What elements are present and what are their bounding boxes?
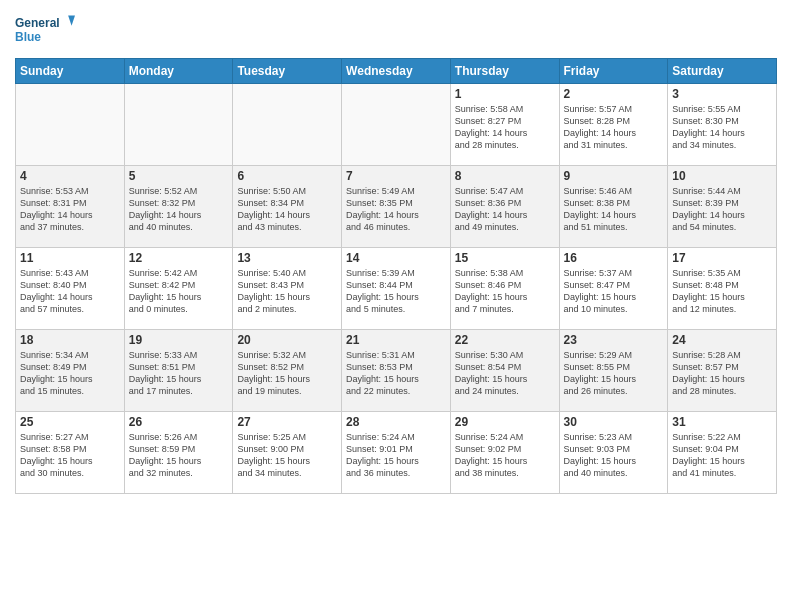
day-info: Sunrise: 5:42 AMSunset: 8:42 PMDaylight:…: [129, 267, 229, 316]
weekday-header-friday: Friday: [559, 59, 668, 84]
calendar-cell: 1Sunrise: 5:58 AMSunset: 8:27 PMDaylight…: [450, 84, 559, 166]
calendar-cell: 15Sunrise: 5:38 AMSunset: 8:46 PMDayligh…: [450, 248, 559, 330]
day-number: 17: [672, 251, 772, 265]
day-info: Sunrise: 5:46 AMSunset: 8:38 PMDaylight:…: [564, 185, 664, 234]
day-number: 4: [20, 169, 120, 183]
day-info: Sunrise: 5:31 AMSunset: 8:53 PMDaylight:…: [346, 349, 446, 398]
day-info: Sunrise: 5:44 AMSunset: 8:39 PMDaylight:…: [672, 185, 772, 234]
day-number: 13: [237, 251, 337, 265]
day-info: Sunrise: 5:24 AMSunset: 9:02 PMDaylight:…: [455, 431, 555, 480]
day-number: 15: [455, 251, 555, 265]
day-info: Sunrise: 5:38 AMSunset: 8:46 PMDaylight:…: [455, 267, 555, 316]
calendar-cell: 22Sunrise: 5:30 AMSunset: 8:54 PMDayligh…: [450, 330, 559, 412]
day-number: 27: [237, 415, 337, 429]
calendar-page: General Blue SundayMondayTuesdayWednesda…: [0, 0, 792, 612]
calendar-cell: 12Sunrise: 5:42 AMSunset: 8:42 PMDayligh…: [124, 248, 233, 330]
calendar-cell: 19Sunrise: 5:33 AMSunset: 8:51 PMDayligh…: [124, 330, 233, 412]
day-info: Sunrise: 5:28 AMSunset: 8:57 PMDaylight:…: [672, 349, 772, 398]
day-number: 8: [455, 169, 555, 183]
day-number: 2: [564, 87, 664, 101]
day-info: Sunrise: 5:25 AMSunset: 9:00 PMDaylight:…: [237, 431, 337, 480]
day-info: Sunrise: 5:24 AMSunset: 9:01 PMDaylight:…: [346, 431, 446, 480]
day-number: 16: [564, 251, 664, 265]
header: General Blue: [15, 10, 777, 50]
day-info: Sunrise: 5:22 AMSunset: 9:04 PMDaylight:…: [672, 431, 772, 480]
day-info: Sunrise: 5:43 AMSunset: 8:40 PMDaylight:…: [20, 267, 120, 316]
calendar-cell: 27Sunrise: 5:25 AMSunset: 9:00 PMDayligh…: [233, 412, 342, 494]
day-number: 20: [237, 333, 337, 347]
day-number: 22: [455, 333, 555, 347]
day-info: Sunrise: 5:29 AMSunset: 8:55 PMDaylight:…: [564, 349, 664, 398]
calendar-cell: 18Sunrise: 5:34 AMSunset: 8:49 PMDayligh…: [16, 330, 125, 412]
day-number: 9: [564, 169, 664, 183]
calendar-cell: [124, 84, 233, 166]
svg-marker-2: [68, 15, 75, 25]
day-info: Sunrise: 5:34 AMSunset: 8:49 PMDaylight:…: [20, 349, 120, 398]
calendar-cell: 7Sunrise: 5:49 AMSunset: 8:35 PMDaylight…: [342, 166, 451, 248]
day-info: Sunrise: 5:26 AMSunset: 8:59 PMDaylight:…: [129, 431, 229, 480]
day-number: 18: [20, 333, 120, 347]
calendar-week-4: 18Sunrise: 5:34 AMSunset: 8:49 PMDayligh…: [16, 330, 777, 412]
svg-text:Blue: Blue: [15, 30, 41, 44]
calendar-cell: 29Sunrise: 5:24 AMSunset: 9:02 PMDayligh…: [450, 412, 559, 494]
calendar-table: SundayMondayTuesdayWednesdayThursdayFrid…: [15, 58, 777, 494]
calendar-cell: 23Sunrise: 5:29 AMSunset: 8:55 PMDayligh…: [559, 330, 668, 412]
day-info: Sunrise: 5:49 AMSunset: 8:35 PMDaylight:…: [346, 185, 446, 234]
day-info: Sunrise: 5:58 AMSunset: 8:27 PMDaylight:…: [455, 103, 555, 152]
calendar-cell: 31Sunrise: 5:22 AMSunset: 9:04 PMDayligh…: [668, 412, 777, 494]
weekday-header-wednesday: Wednesday: [342, 59, 451, 84]
day-number: 28: [346, 415, 446, 429]
calendar-cell: 4Sunrise: 5:53 AMSunset: 8:31 PMDaylight…: [16, 166, 125, 248]
day-info: Sunrise: 5:47 AMSunset: 8:36 PMDaylight:…: [455, 185, 555, 234]
day-number: 24: [672, 333, 772, 347]
day-number: 23: [564, 333, 664, 347]
calendar-cell: 28Sunrise: 5:24 AMSunset: 9:01 PMDayligh…: [342, 412, 451, 494]
day-number: 12: [129, 251, 229, 265]
logo-svg: General Blue: [15, 10, 75, 50]
day-number: 1: [455, 87, 555, 101]
calendar-cell: 14Sunrise: 5:39 AMSunset: 8:44 PMDayligh…: [342, 248, 451, 330]
weekday-header-row: SundayMondayTuesdayWednesdayThursdayFrid…: [16, 59, 777, 84]
day-info: Sunrise: 5:40 AMSunset: 8:43 PMDaylight:…: [237, 267, 337, 316]
calendar-cell: 10Sunrise: 5:44 AMSunset: 8:39 PMDayligh…: [668, 166, 777, 248]
calendar-cell: 26Sunrise: 5:26 AMSunset: 8:59 PMDayligh…: [124, 412, 233, 494]
day-number: 14: [346, 251, 446, 265]
day-number: 6: [237, 169, 337, 183]
calendar-cell: 13Sunrise: 5:40 AMSunset: 8:43 PMDayligh…: [233, 248, 342, 330]
calendar-cell: 3Sunrise: 5:55 AMSunset: 8:30 PMDaylight…: [668, 84, 777, 166]
day-info: Sunrise: 5:52 AMSunset: 8:32 PMDaylight:…: [129, 185, 229, 234]
calendar-cell: [233, 84, 342, 166]
day-info: Sunrise: 5:53 AMSunset: 8:31 PMDaylight:…: [20, 185, 120, 234]
day-info: Sunrise: 5:32 AMSunset: 8:52 PMDaylight:…: [237, 349, 337, 398]
day-info: Sunrise: 5:55 AMSunset: 8:30 PMDaylight:…: [672, 103, 772, 152]
day-info: Sunrise: 5:50 AMSunset: 8:34 PMDaylight:…: [237, 185, 337, 234]
day-info: Sunrise: 5:57 AMSunset: 8:28 PMDaylight:…: [564, 103, 664, 152]
day-number: 5: [129, 169, 229, 183]
day-info: Sunrise: 5:27 AMSunset: 8:58 PMDaylight:…: [20, 431, 120, 480]
calendar-cell: 6Sunrise: 5:50 AMSunset: 8:34 PMDaylight…: [233, 166, 342, 248]
day-info: Sunrise: 5:35 AMSunset: 8:48 PMDaylight:…: [672, 267, 772, 316]
day-info: Sunrise: 5:30 AMSunset: 8:54 PMDaylight:…: [455, 349, 555, 398]
day-info: Sunrise: 5:33 AMSunset: 8:51 PMDaylight:…: [129, 349, 229, 398]
day-info: Sunrise: 5:39 AMSunset: 8:44 PMDaylight:…: [346, 267, 446, 316]
day-number: 29: [455, 415, 555, 429]
day-info: Sunrise: 5:37 AMSunset: 8:47 PMDaylight:…: [564, 267, 664, 316]
calendar-cell: 21Sunrise: 5:31 AMSunset: 8:53 PMDayligh…: [342, 330, 451, 412]
calendar-cell: 30Sunrise: 5:23 AMSunset: 9:03 PMDayligh…: [559, 412, 668, 494]
calendar-cell: 5Sunrise: 5:52 AMSunset: 8:32 PMDaylight…: [124, 166, 233, 248]
svg-text:General: General: [15, 16, 60, 30]
day-number: 3: [672, 87, 772, 101]
weekday-header-thursday: Thursday: [450, 59, 559, 84]
calendar-cell: 9Sunrise: 5:46 AMSunset: 8:38 PMDaylight…: [559, 166, 668, 248]
day-info: Sunrise: 5:23 AMSunset: 9:03 PMDaylight:…: [564, 431, 664, 480]
calendar-cell: 16Sunrise: 5:37 AMSunset: 8:47 PMDayligh…: [559, 248, 668, 330]
calendar-week-5: 25Sunrise: 5:27 AMSunset: 8:58 PMDayligh…: [16, 412, 777, 494]
day-number: 26: [129, 415, 229, 429]
day-number: 31: [672, 415, 772, 429]
day-number: 25: [20, 415, 120, 429]
calendar-cell: 17Sunrise: 5:35 AMSunset: 8:48 PMDayligh…: [668, 248, 777, 330]
calendar-cell: [16, 84, 125, 166]
weekday-header-saturday: Saturday: [668, 59, 777, 84]
calendar-cell: 11Sunrise: 5:43 AMSunset: 8:40 PMDayligh…: [16, 248, 125, 330]
day-number: 11: [20, 251, 120, 265]
